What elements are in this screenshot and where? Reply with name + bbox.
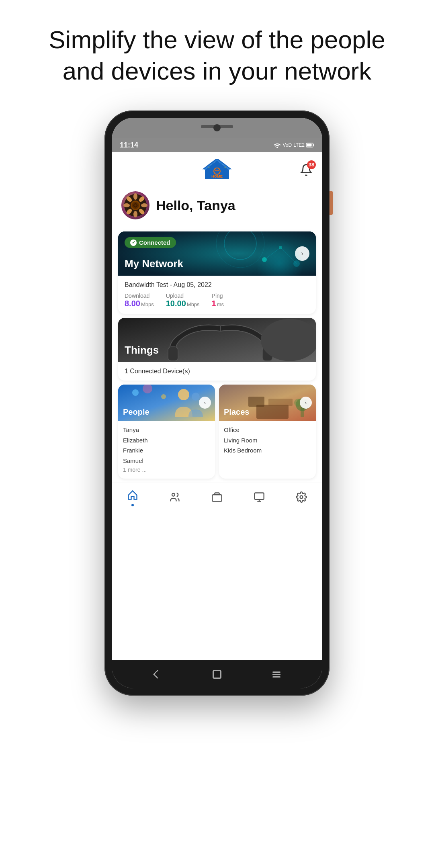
download-value: 8.00: [125, 299, 140, 308]
user-avatar: [121, 191, 149, 219]
people-chevron-icon[interactable]: ›: [199, 397, 211, 409]
network-stats: Bandwidth Test - Aug 05, 2022 Download 8…: [118, 276, 316, 314]
svg-line-36: [280, 248, 297, 264]
lte-text: LTE2: [293, 142, 305, 148]
places-card[interactable]: Places › Office Living Room Kids Bedroom: [219, 385, 316, 479]
people-card-title: People: [123, 407, 149, 417]
things-nav-icon: [210, 490, 224, 504]
svg-rect-56: [254, 493, 264, 500]
svg-line-35: [264, 248, 280, 260]
notification-button[interactable]: 38: [298, 162, 314, 178]
svg-point-17: [123, 203, 130, 207]
svg-rect-47: [256, 405, 289, 419]
things-title: Things: [125, 344, 159, 356]
home-logo-icon: HOME: [201, 159, 233, 181]
svg-rect-39: [168, 347, 178, 361]
svg-point-45: [161, 394, 166, 399]
svg-point-15: [133, 211, 137, 217]
nav-active-dot: [131, 504, 134, 506]
signal-text: VoD: [283, 142, 292, 148]
svg-point-28: [133, 205, 135, 206]
camera: [213, 124, 221, 131]
people-card[interactable]: People › Tanya Elizabeth Frankie Samuel: [118, 385, 215, 479]
people-more: 1 more ...: [123, 467, 210, 473]
svg-point-34: [293, 260, 300, 267]
ping-unit: ms: [217, 301, 224, 307]
bottom-nav: [112, 483, 322, 510]
svg-point-32: [262, 257, 267, 262]
svg-point-9: [225, 167, 226, 168]
svg-point-20: [132, 202, 139, 209]
stats-row: Download 8.00Mbps Upload 10.00Mbps Ping …: [125, 293, 309, 308]
nav-home[interactable]: [125, 488, 140, 506]
network-card[interactable]: Connected My Network › Bandwidth Test - …: [118, 231, 316, 314]
svg-rect-38: [262, 347, 272, 361]
svg-point-22: [135, 203, 136, 205]
back-icon: [153, 670, 162, 679]
svg-point-13: [141, 203, 147, 207]
svg-point-8: [209, 167, 210, 168]
places-card-content: Office Living Room Kids Bedroom: [219, 421, 316, 461]
wifi-icon: [273, 142, 281, 148]
phone-mockup: 11:14 VoD LTE2: [104, 111, 330, 696]
things-chevron-icon[interactable]: ›: [295, 333, 309, 347]
status-bar: 11:14 VoD LTE2: [112, 138, 322, 152]
svg-point-41: [178, 389, 189, 400]
svg-rect-48: [248, 397, 264, 407]
settings-nav-icon: [294, 490, 309, 504]
connected-badge: Connected: [125, 237, 176, 248]
recents-button[interactable]: [269, 667, 284, 682]
list-item: Kids Bedroom: [224, 445, 311, 456]
nav-settings[interactable]: [294, 490, 309, 504]
ping-value: 1: [212, 299, 216, 308]
svg-point-25: [136, 206, 137, 207]
svg-point-54: [172, 493, 175, 496]
network-card-image: Connected My Network ›: [118, 231, 316, 276]
places-card-image: Places ›: [219, 385, 316, 421]
things-card-image: Things ›: [118, 318, 316, 362]
svg-point-23: [136, 204, 137, 205]
things-stats: 1 Connected Device(s): [118, 362, 316, 381]
download-label: Download: [125, 293, 154, 299]
upload-stat: Upload 10.00Mbps: [166, 293, 200, 308]
status-icons: VoD LTE2: [273, 142, 314, 148]
back-button[interactable]: [150, 667, 165, 682]
network-chevron-icon[interactable]: ›: [295, 246, 309, 261]
svg-rect-55: [212, 495, 221, 501]
people-list: Tanya Elizabeth Frankie Samuel: [123, 425, 210, 466]
upload-value: 10.00: [166, 299, 186, 308]
svg-point-43: [132, 389, 139, 396]
nav-screen[interactable]: [252, 490, 266, 504]
places-chevron-icon[interactable]: ›: [300, 397, 312, 409]
status-time: 11:14: [120, 141, 138, 149]
upload-unit: Mbps: [187, 301, 200, 307]
nav-things[interactable]: [210, 490, 224, 504]
things-card[interactable]: Things › 1 Connected Device(s): [118, 318, 316, 381]
bandwidth-label: Bandwidth Test - Aug 05, 2022: [125, 281, 309, 289]
svg-rect-1: [313, 144, 314, 146]
home-button[interactable]: [210, 667, 224, 682]
greeting-text: Hello, Tanya: [156, 198, 235, 213]
svg-point-11: [133, 193, 137, 200]
places-card-title: Places: [224, 407, 249, 417]
nav-people[interactable]: [168, 490, 182, 504]
list-item: Elizabeth: [123, 435, 210, 446]
svg-rect-2: [307, 144, 312, 147]
check-circle-icon: [130, 240, 137, 246]
people-nav-icon: [168, 490, 182, 504]
avatar-icon: [123, 193, 147, 217]
home-system-icon: [213, 670, 221, 679]
ping-label: Ping: [212, 293, 224, 299]
app-logo: HOME: [201, 159, 233, 181]
devices-count: 1 Connected Device(s): [125, 368, 190, 375]
svg-point-24: [137, 205, 138, 206]
list-item: Frankie: [123, 445, 210, 456]
download-unit: Mbps: [141, 301, 154, 307]
home-nav-icon: [125, 488, 140, 502]
phone-screen: 11:14 VoD LTE2: [112, 118, 322, 688]
greeting-row: Hello, Tanya: [112, 187, 322, 227]
network-title: My Network: [125, 258, 183, 270]
download-stat: Download 8.00Mbps: [125, 293, 154, 308]
svg-point-57: [300, 496, 303, 499]
app-screen: 11:14 VoD LTE2: [112, 138, 322, 660]
